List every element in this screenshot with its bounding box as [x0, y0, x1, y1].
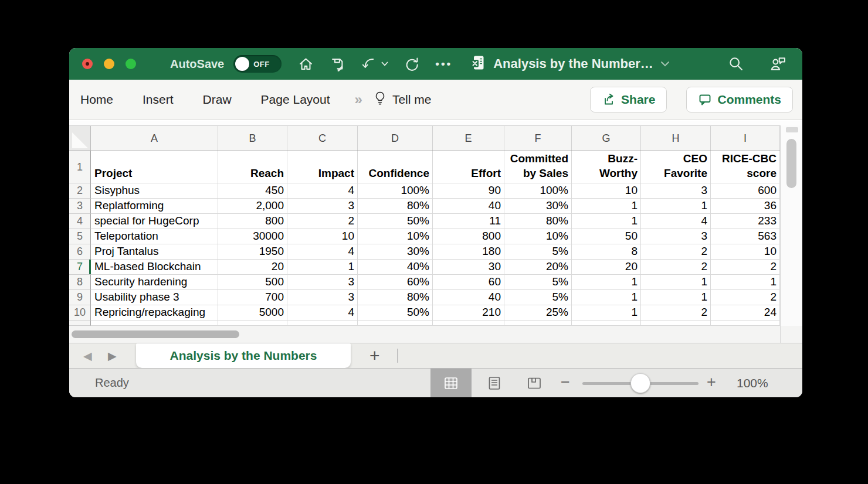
cell[interactable]: 24: [711, 305, 780, 321]
cell[interactable]: 25%: [504, 305, 572, 321]
title-chevron-down-icon[interactable]: [660, 59, 670, 69]
cell[interactable]: 3: [287, 275, 358, 290]
row-header[interactable]: 2: [69, 183, 91, 199]
zoom-slider-thumb[interactable]: [630, 373, 650, 393]
undo-icon[interactable]: [360, 55, 378, 73]
row-header[interactable]: 9: [69, 290, 91, 305]
cell[interactable]: 50%: [358, 214, 433, 229]
cell[interactable]: 5000: [218, 305, 287, 321]
cell[interactable]: 233: [711, 214, 780, 229]
prev-sheet-arrow[interactable]: ◀: [83, 343, 92, 368]
tell-me-label[interactable]: Tell me: [392, 93, 432, 107]
cell[interactable]: 450: [218, 183, 287, 199]
cell[interactable]: [91, 321, 218, 326]
column-header-D[interactable]: D: [358, 126, 433, 151]
cell[interactable]: 2: [711, 260, 780, 275]
redo-icon[interactable]: [402, 55, 420, 73]
cell[interactable]: RICE-CBC score: [711, 151, 780, 183]
row-header[interactable]: 6: [69, 244, 91, 260]
home-icon[interactable]: [297, 55, 314, 73]
cell[interactable]: 30000: [218, 229, 287, 244]
page-break-preview-button[interactable]: [517, 369, 551, 397]
tab-home[interactable]: Home: [80, 93, 113, 107]
cell[interactable]: 1: [572, 305, 641, 321]
comments-button[interactable]: Comments: [686, 87, 793, 113]
cell[interactable]: 8: [572, 244, 641, 260]
cell[interactable]: 800: [218, 214, 287, 229]
cell[interactable]: 90: [433, 183, 504, 199]
cell[interactable]: 30%: [358, 244, 433, 260]
cell[interactable]: Usability phase 3: [91, 290, 218, 305]
cell[interactable]: [572, 321, 641, 326]
cell[interactable]: Replatforming: [91, 199, 218, 214]
cell[interactable]: Confidence: [358, 151, 433, 183]
cell[interactable]: 4: [287, 183, 358, 199]
cell[interactable]: ML-based Blockchain: [91, 260, 218, 275]
cell[interactable]: 10: [572, 183, 641, 199]
add-sheet-button[interactable]: +: [369, 343, 380, 368]
cell[interactable]: 3: [641, 183, 711, 199]
cell[interactable]: 11: [433, 214, 504, 229]
cell[interactable]: [218, 321, 287, 326]
cell[interactable]: 40: [433, 290, 504, 305]
cell[interactable]: 40: [433, 199, 504, 214]
cell[interactable]: 10%: [504, 229, 572, 244]
tab-insert[interactable]: Insert: [143, 93, 174, 107]
cell[interactable]: 1: [572, 199, 641, 214]
column-header-B[interactable]: B: [218, 126, 287, 151]
cell[interactable]: 10%: [358, 229, 433, 244]
cell[interactable]: 2: [641, 260, 711, 275]
cell[interactable]: 1: [711, 275, 780, 290]
horizontal-scrollbar[interactable]: [69, 326, 802, 343]
cell[interactable]: 100%: [358, 183, 433, 199]
cell[interactable]: 50: [572, 229, 641, 244]
column-header-I[interactable]: I: [711, 126, 780, 151]
tab-page-layout[interactable]: Page Layout: [261, 93, 330, 107]
close-button[interactable]: [82, 59, 93, 69]
cell[interactable]: 60: [433, 275, 504, 290]
row-header[interactable]: 5: [69, 229, 91, 244]
zoom-out-button[interactable]: −: [561, 369, 570, 396]
cell[interactable]: 800: [433, 229, 504, 244]
row-header[interactable]: 7: [69, 260, 91, 275]
cell[interactable]: Teleportation: [91, 229, 218, 244]
cell[interactable]: Committed by Sales: [504, 151, 572, 183]
cell[interactable]: [433, 321, 504, 326]
tab-draw[interactable]: Draw: [203, 93, 232, 107]
normal-view-button[interactable]: [430, 369, 472, 397]
cell[interactable]: Buzz-Worthy: [572, 151, 641, 183]
cell[interactable]: Project: [91, 151, 218, 183]
cell[interactable]: Effort: [433, 151, 504, 183]
cell[interactable]: 5%: [504, 244, 572, 260]
cell[interactable]: 210: [433, 305, 504, 321]
cell[interactable]: 2: [711, 290, 780, 305]
cell[interactable]: Repricing/repackaging: [91, 305, 218, 321]
cell[interactable]: 40%: [358, 260, 433, 275]
cell[interactable]: 20%: [504, 260, 572, 275]
zoom-in-button[interactable]: +: [707, 369, 716, 396]
vertical-scrollbar-thumb[interactable]: [786, 139, 796, 188]
cell[interactable]: 10: [287, 229, 358, 244]
cell[interactable]: Reach: [218, 151, 287, 183]
cell[interactable]: 2: [641, 305, 711, 321]
page-layout-view-button[interactable]: [476, 369, 513, 397]
cell[interactable]: 1: [572, 290, 641, 305]
minimize-button[interactable]: [104, 59, 114, 69]
cell[interactable]: 50%: [358, 305, 433, 321]
cell[interactable]: 600: [711, 183, 780, 199]
cell[interactable]: 80%: [358, 199, 433, 214]
cell[interactable]: 3: [641, 229, 711, 244]
cell[interactable]: 563: [711, 229, 780, 244]
cell[interactable]: 80%: [504, 214, 572, 229]
row-header[interactable]: 3: [69, 199, 91, 214]
cell[interactable]: 180: [433, 244, 504, 260]
cell[interactable]: Security hardening: [91, 275, 218, 290]
cell[interactable]: 2,000: [218, 199, 287, 214]
next-sheet-arrow[interactable]: ▶: [108, 343, 117, 368]
cell[interactable]: 3: [287, 199, 358, 214]
cell[interactable]: 5%: [504, 290, 572, 305]
column-header-E[interactable]: E: [433, 126, 504, 151]
active-sheet-tab[interactable]: Analysis by the Numbers: [136, 343, 351, 368]
fullscreen-button[interactable]: [126, 59, 136, 69]
cell[interactable]: [504, 321, 572, 326]
